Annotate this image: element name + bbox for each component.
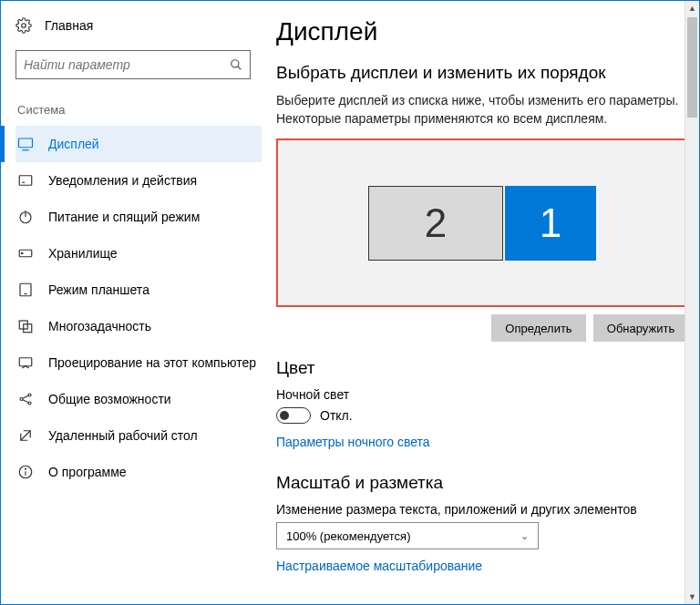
monitor-2[interactable]: 2 xyxy=(368,186,503,261)
chevron-down-icon: ⌄ xyxy=(520,530,529,542)
svg-point-17 xyxy=(28,394,31,396)
night-light-label: Ночной свет xyxy=(276,387,688,402)
storage-icon xyxy=(17,245,34,261)
svg-point-16 xyxy=(20,398,23,401)
sidebar-item-multitask[interactable]: Многозадачность xyxy=(15,308,262,344)
monitor-1[interactable]: 1 xyxy=(505,186,596,261)
gear-icon xyxy=(15,17,32,34)
scroll-thumb[interactable] xyxy=(687,17,697,118)
svg-point-10 xyxy=(22,252,24,254)
scroll-down-icon[interactable]: ▼ xyxy=(685,590,699,604)
scroll-up-icon[interactable]: ▲ xyxy=(685,1,699,15)
arrange-heading: Выбрать дисплеи и изменить их порядок xyxy=(276,63,688,83)
night-light-settings-link[interactable]: Параметры ночного света xyxy=(276,435,430,449)
sidebar-item-display[interactable]: Дисплей xyxy=(15,126,262,162)
nav-label: О программе xyxy=(48,465,127,479)
color-heading: Цвет xyxy=(276,358,688,378)
display-arrange-area[interactable]: 2 1 xyxy=(276,138,688,307)
night-light-toggle[interactable] xyxy=(276,407,311,424)
project-icon xyxy=(17,354,34,371)
scale-label: Изменение размера текста, приложений и д… xyxy=(276,502,688,517)
nav-label: Проецирование на этот компьютер xyxy=(48,355,256,370)
search-field[interactable] xyxy=(24,57,230,72)
svg-point-18 xyxy=(28,402,31,405)
home-label: Главная xyxy=(45,18,93,33)
sidebar-item-remote[interactable]: Удаленный рабочий стол xyxy=(15,417,262,454)
scale-heading: Масштаб и разметка xyxy=(276,473,688,493)
svg-line-2 xyxy=(238,67,242,70)
nav-label: Удаленный рабочий стол xyxy=(48,428,198,443)
identify-button[interactable]: Определить xyxy=(491,314,586,342)
monitor-icon xyxy=(17,136,34,152)
svg-rect-15 xyxy=(19,358,32,366)
sidebar-item-tablet[interactable]: Режим планшета xyxy=(15,272,262,308)
svg-rect-5 xyxy=(19,176,32,186)
sidebar-item-shared[interactable]: Общие возможности xyxy=(15,381,262,417)
nav-label: Режим планшета xyxy=(48,282,149,297)
sidebar-item-power[interactable]: Питание и спящий режим xyxy=(15,199,262,235)
detect-button[interactable]: Обнаружить xyxy=(593,314,688,342)
svg-line-21 xyxy=(21,431,31,441)
svg-line-20 xyxy=(23,400,28,403)
notification-icon xyxy=(17,172,34,189)
nav-label: Дисплей xyxy=(48,137,99,151)
nav-label: Питание и спящий режим xyxy=(48,210,200,224)
sidebar: Главная Система Дисплей Уведомления и де… xyxy=(1,1,265,604)
shared-icon xyxy=(17,391,34,407)
nav-label: Общие возможности xyxy=(48,392,171,406)
night-light-state: Откл. xyxy=(320,408,353,423)
scrollbar[interactable]: ▲ ▼ xyxy=(685,1,699,604)
main-content: Дисплей Выбрать дисплеи и изменить их по… xyxy=(265,1,699,604)
sidebar-item-about[interactable]: О программе xyxy=(15,454,262,490)
sidebar-item-storage[interactable]: Хранилище xyxy=(15,235,262,272)
scale-value: 100% (рекомендуется) xyxy=(286,529,410,543)
night-light-row: Откл. xyxy=(276,407,688,424)
section-label: Система xyxy=(15,103,262,117)
arrange-description: Выберите дисплей из списка ниже, чтобы и… xyxy=(276,92,688,128)
search-input[interactable] xyxy=(15,50,251,79)
about-icon xyxy=(17,464,34,480)
remote-icon xyxy=(17,427,34,444)
arrange-button-row: Определить Обнаружить xyxy=(276,314,688,342)
sidebar-item-projecting[interactable]: Проецирование на этот компьютер xyxy=(15,344,262,381)
nav-label: Хранилище xyxy=(48,246,118,261)
svg-line-19 xyxy=(23,395,28,398)
home-button[interactable]: Главная xyxy=(15,17,262,34)
nav-label: Многозадачность xyxy=(48,319,151,333)
tablet-icon xyxy=(17,282,34,298)
custom-scaling-link[interactable]: Настраиваемое масштабирование xyxy=(276,559,482,573)
search-icon xyxy=(230,58,242,71)
power-icon xyxy=(17,209,34,225)
sidebar-item-notifications[interactable]: Уведомления и действия xyxy=(15,162,262,199)
page-title: Дисплей xyxy=(276,17,688,46)
svg-point-0 xyxy=(22,24,26,28)
svg-point-1 xyxy=(232,60,239,67)
svg-point-24 xyxy=(26,468,26,469)
svg-rect-3 xyxy=(19,138,33,148)
multitask-icon xyxy=(17,318,34,334)
nav-label: Уведомления и действия xyxy=(48,173,197,188)
scale-dropdown[interactable]: 100% (рекомендуется) ⌄ xyxy=(276,522,539,549)
